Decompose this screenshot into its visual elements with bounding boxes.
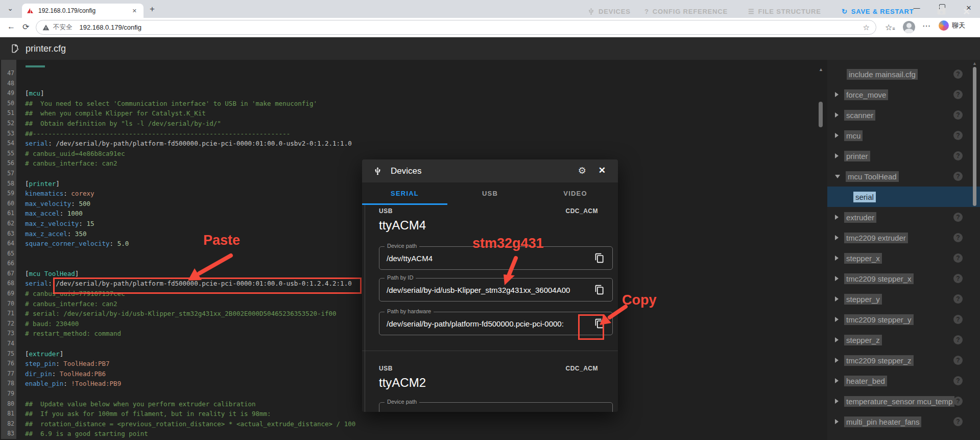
sidebar-item-include-mainsail-cfg[interactable]: include mainsail.cfg?	[827, 64, 980, 84]
help-icon[interactable]: ?	[953, 376, 963, 385]
chevron-right-icon[interactable]	[835, 337, 839, 342]
devices-button[interactable]: DEVICES	[587, 0, 631, 22]
sidebar-item-extruder[interactable]: extruder?	[827, 207, 980, 227]
help-icon[interactable]: ?	[953, 253, 963, 263]
browser-menu-icon[interactable]: ⋯	[922, 21, 930, 31]
chevron-right-icon[interactable]	[835, 133, 839, 138]
sidebar-item-mcu-toolhead[interactable]: mcu ToolHead?	[827, 166, 980, 187]
sidebar-item-tmc2209-stepper-z[interactable]: tmc2209 stepper_z?	[827, 350, 980, 370]
sidebar-scrollbar[interactable]: ▲	[972, 60, 977, 440]
save-restart-button[interactable]: ↻ SAVE & RESTART	[842, 0, 914, 22]
chevron-right-icon[interactable]	[835, 378, 839, 383]
code-token: :	[63, 380, 71, 387]
device-path-field[interactable]: Device path	[379, 402, 613, 412]
help-icon[interactable]: ?	[953, 90, 963, 99]
chevron-right-icon[interactable]	[835, 296, 839, 302]
sidebar-item-tmc2209-stepper-y[interactable]: tmc2209 stepper_y?	[827, 309, 980, 330]
favorites-icon[interactable]: ☆≡	[885, 22, 895, 32]
editor-scrollbar[interactable]: ▲	[818, 60, 823, 440]
dialog-close-icon[interactable]: ✕	[599, 165, 606, 176]
help-icon[interactable]: ?	[953, 356, 963, 365]
tab-video[interactable]: VIDEO	[533, 182, 618, 204]
chevron-right-icon[interactable]	[835, 92, 839, 97]
sidebar-item-tmc2209-stepper-x[interactable]: tmc2209 stepper_x?	[827, 268, 980, 289]
code-token: [	[25, 350, 29, 358]
paste-annotation-label: Paste	[203, 233, 240, 248]
chevron-right-icon[interactable]	[835, 112, 839, 118]
chevron-right-icon[interactable]	[835, 256, 839, 261]
chevron-down-icon[interactable]	[835, 175, 840, 178]
line-number: 80	[1, 399, 16, 409]
chevron-right-icon[interactable]	[835, 215, 839, 220]
code-token: # canbus_uuid=4e86b8ca91ec	[25, 150, 125, 157]
sidebar-item-mcu[interactable]: mcu?	[827, 125, 980, 146]
new-tab-button[interactable]: +	[150, 4, 155, 14]
tab-search-chevron-icon[interactable]: ⌄	[4, 4, 16, 14]
help-icon[interactable]: ?	[953, 131, 963, 140]
sidebar-item-stepper-y[interactable]: stepper_y?	[827, 289, 980, 309]
help-icon[interactable]: ?	[953, 417, 963, 426]
help-icon[interactable]: ?	[953, 274, 963, 283]
sidebar-item-scanner[interactable]: scanner?	[827, 105, 980, 125]
sidebar-item-tmc2209-extruder[interactable]: tmc2209 extruder?	[827, 227, 980, 248]
device-bus-row: USBCDC_ACM	[379, 207, 613, 215]
gear-icon[interactable]: ⚙	[578, 165, 586, 176]
sidebar-item-serial[interactable]: serial	[827, 187, 980, 207]
code-token: 15	[86, 220, 94, 227]
code-text: ## rotation_distance = <previous_rotatio…	[16, 419, 355, 429]
browser-tab[interactable]: 192.168.0.179/config ✕	[22, 4, 144, 18]
tab-close-icon[interactable]: ✕	[130, 7, 139, 15]
code-text	[16, 169, 25, 179]
chevron-right-icon[interactable]	[835, 235, 839, 240]
back-icon[interactable]: ←	[7, 22, 15, 31]
help-icon[interactable]: ?	[953, 233, 963, 242]
help-icon[interactable]: ?	[953, 213, 963, 222]
code-text: ##--------------------------------------…	[16, 129, 290, 139]
tab-serial[interactable]: SERIAL	[362, 182, 447, 204]
help-icon[interactable]: ?	[953, 172, 963, 181]
code-token: extruder	[29, 350, 60, 358]
copilot-button[interactable]: 聊天	[939, 20, 965, 31]
help-icon[interactable]: ?	[953, 335, 963, 344]
sidebar-item-label: stepper_z	[844, 335, 882, 345]
chevron-right-icon[interactable]	[835, 399, 839, 404]
help-icon[interactable]: ?	[953, 397, 963, 406]
refresh-icon[interactable]: ⟳	[22, 22, 29, 32]
config-reference-button[interactable]: ? CONFIG REFERENCE	[644, 0, 728, 22]
chevron-right-icon[interactable]	[835, 419, 839, 424]
help-icon[interactable]: ?	[953, 70, 963, 79]
tab-usb[interactable]: USB	[447, 182, 533, 204]
code-token: mcu	[29, 89, 41, 97]
device-path-field[interactable]: Path by ID/dev/serial/by-id/usb-Klipper_…	[379, 278, 613, 302]
file-structure-button[interactable]: ☰ FILE STRUCTURE	[748, 0, 821, 22]
help-icon[interactable]: ?	[953, 110, 963, 120]
sidebar-item-printer[interactable]: printer?	[827, 146, 980, 166]
config-reference-label: CONFIG REFERENCE	[653, 8, 728, 15]
code-text: # serial: /dev/serial/by-id/usb-Klipper_…	[16, 309, 337, 319]
sidebar-item-temperature-sensor-mcu-temp[interactable]: temperature_sensor mcu_temp?	[827, 391, 980, 411]
save-button[interactable]	[936, 5, 947, 18]
help-icon[interactable]: ?	[953, 315, 963, 324]
help-icon[interactable]: ?	[953, 294, 963, 304]
sidebar-item-multi-pin-heater-fans[interactable]: multi_pin heater_fans?	[827, 411, 980, 432]
sidebar-item-heater-bed[interactable]: heater_bed?	[827, 370, 980, 391]
sidebar-item-stepper-x[interactable]: stepper_x?	[827, 248, 980, 268]
sidebar-item-stepper-z[interactable]: stepper_z?	[827, 330, 980, 350]
scroll-up-icon[interactable]: ▲	[972, 61, 977, 66]
profile-avatar[interactable]	[903, 21, 915, 33]
copy-button[interactable]	[593, 284, 606, 297]
copy-button[interactable]	[593, 252, 606, 265]
chevron-right-icon[interactable]	[835, 358, 839, 363]
editor-scrollbar-thumb[interactable]	[819, 102, 823, 127]
scroll-up-icon[interactable]: ▲	[819, 67, 823, 72]
sidebar-item-force-move[interactable]: force_move?	[827, 84, 980, 105]
help-icon[interactable]: ?	[953, 151, 963, 160]
editor-close-button[interactable]: ✕	[963, 6, 970, 17]
line-number: 61	[1, 209, 16, 219]
chevron-right-icon[interactable]	[835, 153, 839, 158]
sidebar-scrollbar-thumb[interactable]	[973, 67, 976, 206]
code-line: 82## rotation_distance = <previous_rotat…	[1, 419, 826, 429]
bookmark-star-icon[interactable]: ☆	[863, 23, 870, 32]
chevron-right-icon[interactable]	[835, 276, 839, 281]
chevron-right-icon[interactable]	[835, 317, 839, 322]
